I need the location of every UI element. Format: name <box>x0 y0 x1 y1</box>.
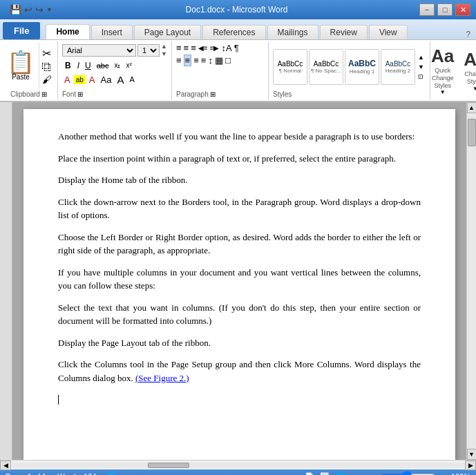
cut-button[interactable]: ✂ <box>42 47 52 60</box>
style-no-spacing[interactable]: AaBbCc ¶ No Spac... <box>309 49 343 85</box>
quick-change-icon: Aa <box>431 46 454 67</box>
sort-button[interactable]: ↕A <box>221 43 231 53</box>
font-row2: B I U abc x₂ x² <box>62 59 167 72</box>
border-button[interactable]: □ <box>225 55 231 66</box>
scroll-up-button[interactable]: ▲ <box>467 102 477 113</box>
paste-button[interactable]: 📋 Paste <box>3 43 39 89</box>
redo-icon[interactable]: ↪ <box>34 3 45 17</box>
styles-scroll-down-button[interactable]: ▼ <box>418 64 424 70</box>
paste-icon: 📋 <box>7 51 35 73</box>
tab-view[interactable]: View <box>369 25 408 39</box>
document-scroll[interactable]: Another method that works well if you wa… <box>12 102 466 460</box>
styles-group: AaBbCc ¶ Normal AaBbCc ¶ No Spac... AaBb… <box>269 41 430 99</box>
scroll-down-button[interactable]: ▼ <box>467 449 477 460</box>
clipboard-secondary: ✂ ⿻ 🖌 <box>39 43 55 89</box>
style-heading2[interactable]: AaBbCc Heading 2 <box>381 49 415 85</box>
restore-button[interactable]: □ <box>437 3 453 16</box>
font-name-select[interactable]: Arial <box>62 44 136 57</box>
font-size-controls: ▲ ▼ <box>161 43 167 58</box>
view-web-button[interactable]: 🌐 <box>335 472 345 475</box>
indent-decrease-button[interactable]: ◀≡ <box>198 44 208 52</box>
paragraph-2: Place the insertion point within a parag… <box>58 152 421 166</box>
style-heading2-label: Heading 2 <box>385 68 410 74</box>
close-button[interactable]: ✕ <box>455 3 470 16</box>
format-painter-button[interactable]: 🖌 <box>42 74 52 85</box>
underline-button[interactable]: U <box>83 60 93 71</box>
font-size-grow-button[interactable]: ▲ <box>161 43 167 50</box>
quick-change-styles-button[interactable]: Aa QuickChangeStyles ▼ <box>428 43 457 98</box>
window-controls: − □ ✕ <box>419 3 470 16</box>
scroll-left-button[interactable]: ◀ <box>0 461 11 470</box>
word-count: Words: 164 <box>57 472 96 475</box>
scroll-thumb[interactable] <box>468 119 476 146</box>
paragraph-5: Choose the Left Border or Right Border o… <box>58 231 421 258</box>
bullet-list-button[interactable]: ≡ <box>176 43 182 53</box>
highlight-button[interactable]: ab <box>74 75 86 84</box>
font-case-button[interactable]: Aa <box>98 74 113 86</box>
file-tab[interactable]: File <box>3 22 40 39</box>
style-normal[interactable]: AaBbCc ¶ Normal <box>273 49 307 85</box>
italic-button[interactable]: I <box>75 60 82 71</box>
tab-home[interactable]: Home <box>46 24 89 39</box>
ribbon-content: 📋 Paste ✂ ⿻ 🖌 Clipboard ⊞ <box>0 40 476 102</box>
clear-formatting-button[interactable]: A <box>62 74 73 86</box>
paragraph-group: ≡ ≡ ≡ ◀≡ ≡▶ ↕A ¶ ≡ ≡ ≡ ≡ ↕ ▦ □ <box>172 41 269 99</box>
paragraph-6: If you have multiple columns in your doc… <box>58 266 421 293</box>
align-center-button[interactable]: ≡ <box>184 55 192 66</box>
number-list-button[interactable]: ≡ <box>184 43 189 53</box>
view-outline-button[interactable]: ≡ <box>350 472 354 475</box>
superscript-button[interactable]: x² <box>124 61 133 70</box>
h-scroll-thumb[interactable] <box>148 463 189 468</box>
paragraph-1: Another method that works well if you wa… <box>58 130 421 144</box>
dropdown-icon[interactable]: ▼ <box>45 5 54 14</box>
zoom-out-button[interactable]: − <box>370 472 374 475</box>
font-shrink-button[interactable]: A <box>127 75 136 84</box>
view-fullscreen-button[interactable]: ⬜ <box>320 472 330 475</box>
styles-scroll-controls: ▲ ▼ ⊡ <box>417 54 426 80</box>
tab-review[interactable]: Review <box>320 25 368 39</box>
justify-button[interactable]: ≡ <box>201 55 207 66</box>
minimize-button[interactable]: − <box>419 3 435 16</box>
tab-page-layout[interactable]: Page Layout <box>134 25 201 39</box>
subscript-button[interactable]: x₂ <box>112 61 122 70</box>
clipboard-expand-icon[interactable]: ⊞ <box>41 90 47 98</box>
paragraph-expand-icon[interactable]: ⊞ <box>210 90 216 98</box>
zoom-in-button[interactable]: + <box>441 472 445 475</box>
change-styles-icon: Aa <box>464 49 476 70</box>
copy-button[interactable]: ⿻ <box>42 61 52 72</box>
scroll-right-button[interactable]: ▶ <box>465 461 476 470</box>
styles-more-button[interactable]: ⊡ <box>418 73 424 80</box>
document-area: Another method that works well if you wa… <box>0 102 476 460</box>
font-color-button[interactable]: A <box>87 74 97 86</box>
shading-button[interactable]: ▦ <box>215 55 223 66</box>
bold-button[interactable]: B <box>62 59 74 72</box>
change-styles-button[interactable]: Aa ChangeStyles ▼ <box>461 46 476 95</box>
save-icon[interactable]: 💾 <box>8 3 23 17</box>
quick-change-label: QuickChangeStyles <box>432 67 454 89</box>
paragraph-label: Paragraph <box>176 90 209 98</box>
show-formatting-button[interactable]: ¶ <box>234 43 239 53</box>
view-draft-button[interactable]: ≡ <box>361 472 365 475</box>
help-icon[interactable]: ? <box>466 30 470 39</box>
style-heading1[interactable]: AaBbC Heading 1 <box>345 49 379 85</box>
font-size-select[interactable]: 10 <box>137 44 160 57</box>
align-right-button[interactable]: ≡ <box>193 55 199 66</box>
paragraph-7: Select the text that you want in columns… <box>58 301 421 328</box>
line-spacing-button[interactable]: ↕ <box>208 55 213 66</box>
paragraph-9: Click the Columns tool in the Page Setup… <box>58 358 421 385</box>
tab-mailings[interactable]: Mailings <box>267 25 318 39</box>
tab-insert[interactable]: Insert <box>91 25 133 39</box>
view-print-button[interactable]: 📄 <box>305 472 314 475</box>
multilevel-list-button[interactable]: ≡ <box>191 43 196 53</box>
styles-scroll-up-button[interactable]: ▲ <box>418 54 424 61</box>
align-left-button[interactable]: ≡ <box>176 55 182 66</box>
font-expand-icon[interactable]: ⊞ <box>77 90 83 98</box>
undo-icon[interactable]: ↩ <box>23 3 34 17</box>
see-figure-link[interactable]: (See Figure 2.) <box>135 373 189 383</box>
font-grow-button[interactable]: A <box>115 73 126 86</box>
indent-increase-button[interactable]: ≡▶ <box>210 44 220 52</box>
style-heading2-text: AaBbCc <box>385 60 411 68</box>
strikethrough-button[interactable]: abc <box>95 61 111 70</box>
font-size-shrink-button[interactable]: ▼ <box>161 50 167 58</box>
tab-references[interactable]: References <box>202 25 265 39</box>
